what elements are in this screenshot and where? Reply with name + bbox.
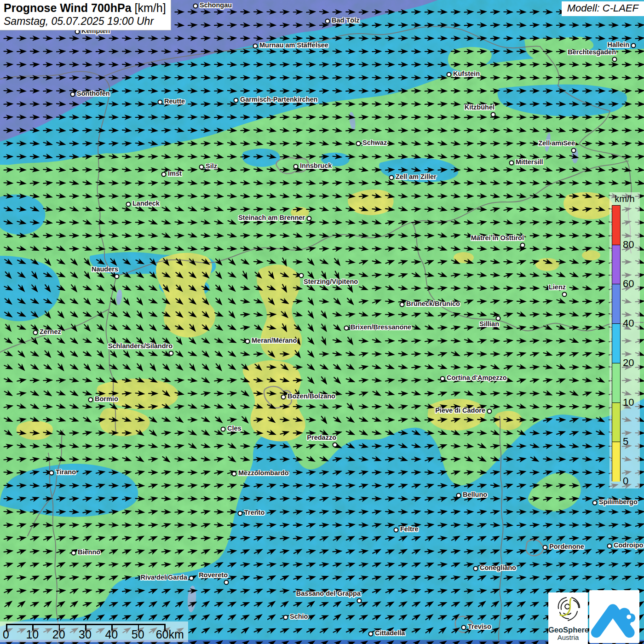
- wind-arrow: [477, 522, 486, 528]
- wind-arrow: [583, 36, 592, 40]
- wind-arrow: [504, 601, 512, 608]
- wind-arrow: [346, 181, 355, 185]
- wind-arrow: [411, 430, 420, 437]
- wind-arrow: [438, 10, 446, 14]
- wind-arrow: [201, 337, 210, 345]
- wind-arrow: [122, 167, 131, 172]
- wind-arrow: [411, 443, 420, 449]
- wind-arrow: [543, 247, 552, 251]
- wind-arrow: [83, 128, 91, 132]
- wind-arrow: [175, 76, 183, 80]
- wind-arrow: [556, 220, 565, 225]
- wind-arrow: [4, 50, 12, 53]
- wind-arrow: [149, 392, 157, 396]
- wind-arrow: [622, 63, 631, 66]
- wind-arrow: [135, 377, 144, 384]
- wind-arrow: [477, 640, 486, 644]
- wind-arrow: [543, 509, 552, 515]
- wind-arrow: [530, 234, 538, 237]
- wind-arrow: [241, 285, 249, 291]
- city-label: Riva del Garda: [140, 574, 187, 581]
- city-marker: [394, 528, 399, 533]
- city-label: Zell am Ziller: [396, 173, 437, 180]
- wind-arrow: [359, 76, 368, 80]
- wind-arrow: [175, 431, 184, 435]
- wind-arrow: [490, 36, 499, 40]
- wind-arrow: [622, 142, 631, 146]
- wind-arrow: [412, 404, 420, 409]
- wind-arrow: [253, 523, 262, 528]
- wind-arrow: [30, 336, 39, 345]
- wind-arrow: [254, 10, 262, 14]
- wind-arrow: [504, 272, 512, 278]
- wind-arrow: [201, 285, 210, 292]
- wind-arrow: [149, 76, 157, 80]
- wind-arrow: [69, 457, 78, 461]
- wind-arrow: [451, 640, 460, 644]
- wind-arrow: [425, 496, 433, 502]
- wind-arrow: [411, 167, 420, 172]
- wind-arrow: [490, 23, 499, 27]
- wind-arrow: [596, 548, 604, 554]
- wind-arrow: [438, 89, 446, 92]
- wind-arrow: [83, 323, 91, 332]
- wind-arrow: [122, 128, 131, 132]
- wind-arrow: [504, 23, 512, 27]
- wind-arrow: [56, 549, 65, 554]
- wind-arrow: [69, 536, 78, 540]
- wind-arrow: [57, 89, 65, 93]
- wind-arrow: [17, 115, 25, 119]
- wind-arrow: [267, 270, 275, 279]
- wind-arrow: [96, 431, 104, 435]
- wind-arrow: [596, 483, 604, 489]
- wind-arrow: [635, 23, 644, 27]
- legend-band: [612, 284, 620, 324]
- wind-arrow: [57, 128, 65, 132]
- wind-arrow: [477, 588, 486, 593]
- wind-arrow: [214, 350, 223, 358]
- wind-arrow: [438, 457, 447, 461]
- wind-arrow: [17, 63, 25, 67]
- wind-arrow: [319, 403, 328, 409]
- wind-arrow: [359, 259, 368, 265]
- wind-arrow: [306, 23, 315, 27]
- wind-arrow: [267, 325, 276, 330]
- wind-arrow: [69, 510, 78, 514]
- wind-arrow: [4, 323, 12, 332]
- wind-arrow: [504, 536, 512, 541]
- wind-arrow: [43, 63, 52, 66]
- wind-arrow: [372, 430, 381, 436]
- geosphere-name: GeoSphere: [548, 626, 588, 634]
- wind-arrow: [477, 168, 486, 172]
- wind-arrow: [557, 497, 565, 500]
- wind-arrow: [30, 50, 39, 53]
- wind-arrow: [56, 285, 65, 292]
- wind-arrow: [30, 89, 39, 93]
- wind-arrow: [530, 326, 539, 330]
- wind-arrow: [43, 168, 52, 172]
- wind-arrow: [569, 562, 578, 567]
- wind-arrow: [293, 207, 302, 211]
- wind-arrow: [490, 509, 499, 514]
- wind-arrow: [83, 588, 92, 593]
- wind-arrow: [556, 562, 565, 567]
- wind-arrow: [122, 536, 131, 541]
- wind-arrow: [306, 640, 315, 644]
- legend-tick-label: 5: [623, 436, 628, 448]
- wind-arrow: [398, 168, 407, 172]
- wind-arrow: [135, 455, 144, 463]
- wind-arrow: [280, 405, 288, 409]
- wind-arrow: [267, 63, 275, 67]
- city-label: Nauders: [92, 265, 118, 273]
- wind-arrow: [438, 575, 447, 581]
- city-marker: [238, 511, 243, 516]
- wind-arrow: [175, 155, 183, 159]
- wind-arrow: [451, 102, 460, 106]
- wind-arrow: [293, 89, 302, 93]
- wind-arrow: [149, 233, 157, 238]
- wind-arrow: [412, 23, 420, 27]
- city-label: Hallein: [607, 41, 629, 48]
- wind-arrow: [556, 325, 565, 331]
- wind-arrow: [557, 181, 565, 185]
- wind-arrow: [109, 154, 118, 159]
